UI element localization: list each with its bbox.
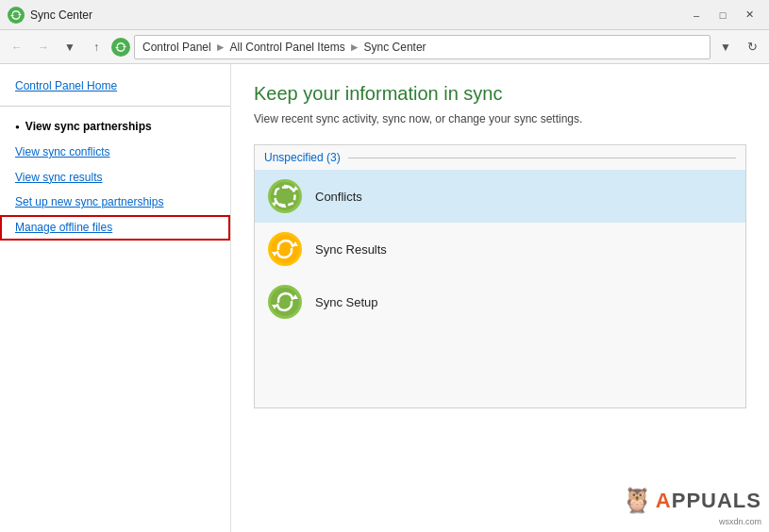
sidebar-label-view-sync-conflicts: View sync conflicts — [15, 144, 109, 160]
close-button[interactable]: ✕ — [737, 5, 761, 25]
sync-group-header: Unspecified (3) — [255, 145, 745, 170]
svg-point-7 — [271, 235, 299, 263]
content-area: Keep your information in sync View recen… — [231, 64, 769, 532]
sidebar-label-view-sync-partnerships: View sync partnerships — [25, 119, 152, 135]
sync-icon-sync-results — [266, 230, 304, 268]
svg-point-11 — [271, 288, 299, 316]
sync-item-conflicts[interactable]: Conflicts — [255, 170, 745, 223]
sidebar-label-manage-offline-files: Manage offline files — [15, 220, 112, 236]
sync-icon-conflicts — [266, 177, 304, 215]
path-sep-2: ► — [349, 41, 360, 54]
forward-button[interactable]: → — [32, 36, 55, 58]
watermark: 🦉 APPUALS wsxdn.com — [622, 486, 761, 526]
sidebar: Control Panel Home ● View sync partnersh… — [0, 64, 231, 532]
sidebar-divider — [0, 106, 230, 107]
sidebar-home-link[interactable]: Control Panel Home — [0, 75, 230, 102]
main-layout: Control Panel Home ● View sync partnersh… — [0, 64, 769, 532]
app-icon — [8, 7, 25, 24]
content-subtitle: View recent sync activity, sync now, or … — [254, 112, 746, 125]
sidebar-item-view-sync-results[interactable]: View sync results — [0, 165, 230, 191]
sidebar-item-set-up-new-sync-partnerships[interactable]: Set up new sync partnerships — [0, 190, 230, 215]
watermark-logo: APPUALS — [656, 489, 761, 513]
svg-point-0 — [8, 7, 25, 24]
sidebar-label-set-up-new-sync-partnerships: Set up new sync partnerships — [15, 194, 163, 210]
recent-locations-button[interactable]: ▼ — [59, 36, 81, 58]
sync-item-sync-results-label: Sync Results — [315, 242, 387, 257]
svg-point-1 — [111, 38, 130, 57]
refresh-button[interactable]: ↻ — [741, 36, 763, 58]
sync-item-conflicts-label: Conflicts — [315, 190, 362, 204]
title-bar: Sync Center – □ ✕ — [0, 0, 769, 30]
sidebar-item-view-sync-conflicts[interactable]: View sync conflicts — [0, 140, 230, 165]
active-bullet: ● — [15, 122, 20, 132]
window-title: Sync Center — [30, 8, 684, 22]
path-control-panel: Control Panel — [142, 41, 211, 54]
sync-icon-sync-setup — [266, 283, 304, 321]
back-button[interactable]: ← — [6, 36, 28, 58]
window-controls: – □ ✕ — [684, 5, 761, 25]
sync-group-label: Unspecified (3) — [264, 151, 341, 164]
watermark-site: wsxdn.com — [719, 517, 761, 526]
sidebar-item-manage-offline-files[interactable]: Manage offline files — [0, 215, 230, 241]
sync-item-sync-setup-label: Sync Setup — [315, 295, 378, 309]
sidebar-label-view-sync-results: View sync results — [15, 170, 102, 186]
path-all-items: All Control Panel Items — [230, 41, 345, 54]
sync-list-area: Unspecified (3) Conflicts — [254, 144, 746, 408]
address-bar: ← → ▼ ↑ Control Panel ► All Control Pane… — [0, 30, 769, 64]
minimize-button[interactable]: – — [684, 5, 709, 25]
content-title: Keep your information in sync — [254, 83, 746, 105]
address-path[interactable]: Control Panel ► All Control Panel Items … — [134, 35, 710, 59]
sync-item-sync-results[interactable]: Sync Results — [255, 223, 745, 275]
up-button[interactable]: ↑ — [85, 36, 108, 58]
maximize-button[interactable]: □ — [710, 5, 735, 25]
sidebar-item-view-sync-partnerships[interactable]: ● View sync partnerships — [0, 114, 230, 140]
sync-item-sync-setup[interactable]: Sync Setup — [255, 275, 745, 328]
address-bar-icon — [111, 38, 130, 57]
path-sync-center: Sync Center — [364, 41, 426, 54]
path-sep-1: ► — [215, 41, 226, 54]
address-dropdown-button[interactable]: ▼ — [714, 36, 737, 58]
